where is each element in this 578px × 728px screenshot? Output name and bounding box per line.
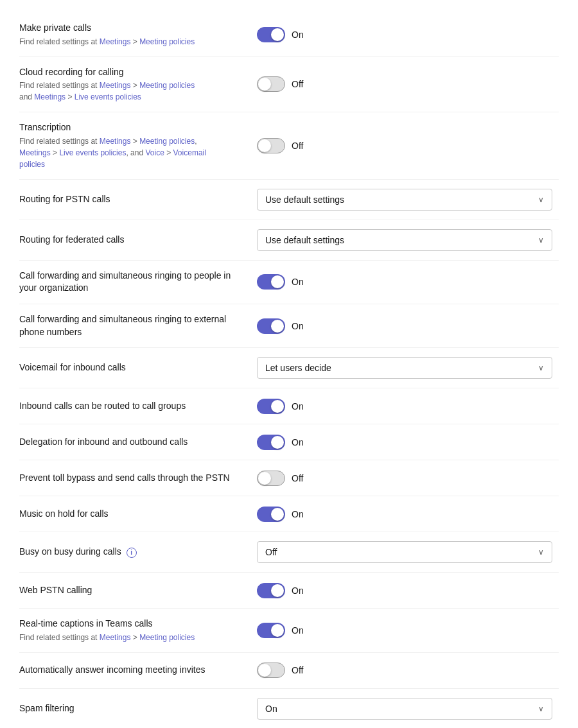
label-sub-transcription: Find related settings at Meetings > Meet… [19,135,244,170]
toggle-inbound-call-groups[interactable] [257,399,285,414]
label-title-voicemail-inbound: Voicemail for inbound calls [19,362,126,372]
toggle-call-forwarding-external[interactable] [257,318,285,334]
toggle-call-forwarding-org[interactable] [257,274,285,290]
chevron-down-icon-voicemail-inbound: ∨ [538,363,544,372]
control-area-routing-federated: Use default settings∨ [257,229,559,251]
settings-row-transcription: TranscriptionFind related settings at Me… [19,112,559,180]
control-area-real-time-captions: On [257,623,559,638]
toggle-label-make-private-calls: On [292,30,304,40]
label-title-call-forwarding-org: Call forwarding and simultaneous ringing… [19,270,231,293]
label-title-cloud-recording: Cloud recording for calling [19,67,124,77]
toggle-knob-music-on-hold [271,508,284,521]
toggle-knob-cloud-recording [258,78,271,91]
toggle-label-real-time-captions: On [292,625,304,636]
label-title-delegation: Delegation for inbound and outbound call… [19,437,188,447]
label-area-routing-pstn: Routing for PSTN calls [19,193,257,206]
control-area-inbound-call-groups: On [257,399,559,414]
dropdown-busy-on-busy[interactable]: Off∨ [257,541,552,563]
meeting-policies-link[interactable]: Meeting policies [139,81,195,90]
toggle-wrap-real-time-captions: On [257,623,304,638]
settings-row-web-pstn: Web PSTN callingOn [19,573,559,609]
label-area-delegation: Delegation for inbound and outbound call… [19,436,257,449]
toggle-wrap-call-forwarding-external: On [257,318,304,334]
control-area-routing-pstn: Use default settings∨ [257,189,559,211]
toggle-cloud-recording[interactable] [257,76,285,92]
label-title-real-time-captions: Real-time captions in Teams calls [19,618,153,628]
settings-row-music-on-hold: Music on hold for callsOn [19,496,559,532]
toggle-knob-delegation [271,436,284,449]
label-area-call-forwarding-external: Call forwarding and simultaneous ringing… [19,313,257,338]
label-area-spam-filtering: Spam filtering [19,702,257,715]
toggle-web-pstn[interactable] [257,583,285,598]
toggle-knob-inbound-call-groups [271,400,284,413]
toggle-transcription[interactable] [257,138,285,153]
chevron-down-icon-routing-federated: ∨ [538,236,544,245]
toggle-real-time-captions[interactable] [257,623,285,638]
label-sub-cloud-recording: Find related settings at Meetings > Meet… [19,80,244,103]
label-area-real-time-captions: Real-time captions in Teams callsFind re… [19,618,257,643]
toggle-wrap-music-on-hold: On [257,507,304,522]
settings-row-auto-answer: Automatically answer incoming meeting in… [19,653,559,689]
live-events-link[interactable]: Live events policies [74,92,141,101]
toggle-wrap-call-forwarding-org: On [257,274,304,290]
label-title-spam-filtering: Spam filtering [19,703,74,713]
settings-row-toll-bypass: Prevent toll bypass and send calls throu… [19,460,559,496]
label-area-toll-bypass: Prevent toll bypass and send calls throu… [19,472,257,485]
control-area-toll-bypass: Off [257,471,559,486]
toggle-wrap-toll-bypass: Off [257,471,303,486]
label-sub-make-private-calls: Find related settings at Meetings > Meet… [19,36,244,48]
toggle-knob-web-pstn [271,584,284,597]
settings-row-real-time-captions: Real-time captions in Teams callsFind re… [19,609,559,653]
toggle-label-call-forwarding-external: On [292,321,304,331]
label-sub-real-time-captions: Find related settings at Meetings > Meet… [19,632,244,643]
settings-row-busy-on-busy: Busy on busy during calls iOff∨ [19,532,559,573]
settings-row-spam-filtering: Spam filteringOn∨ [19,689,559,728]
dropdown-routing-pstn[interactable]: Use default settings∨ [257,189,552,211]
label-area-call-forwarding-org: Call forwarding and simultaneous ringing… [19,270,257,295]
meetings-link2[interactable]: Meetings [34,92,66,101]
control-area-call-forwarding-org: On [257,274,559,290]
toggle-knob-make-private-calls [271,28,284,41]
control-area-busy-on-busy: Off∨ [257,541,559,563]
toggle-music-on-hold[interactable] [257,507,285,522]
toggle-knob-toll-bypass [258,472,271,485]
info-icon-busy-on-busy[interactable]: i [127,548,137,558]
label-title-transcription: Transcription [19,122,71,132]
toggle-wrap-inbound-call-groups: On [257,399,304,414]
chevron-down-icon-busy-on-busy: ∨ [538,548,544,557]
toggle-knob-real-time-captions [271,624,284,637]
settings-row-routing-federated: Routing for federated callsUse default s… [19,220,559,261]
control-area-spam-filtering: On∨ [257,698,559,720]
toggle-toll-bypass[interactable] [257,471,285,486]
label-title-toll-bypass: Prevent toll bypass and send calls throu… [19,472,230,483]
label-area-make-private-calls: Make private callsFind related settings … [19,22,257,48]
toggle-label-inbound-call-groups: On [292,401,304,412]
dropdown-spam-filtering[interactable]: On∨ [257,698,552,720]
label-area-music-on-hold: Music on hold for calls [19,508,257,521]
toggle-wrap-web-pstn: On [257,583,304,598]
meetings-link[interactable]: Meetings [100,37,131,46]
settings-container: Make private callsFind related settings … [19,13,559,728]
settings-row-routing-pstn: Routing for PSTN callsUse default settin… [19,180,559,220]
toggle-auto-answer[interactable] [257,663,285,678]
control-area-cloud-recording: Off [257,76,559,92]
toggle-label-toll-bypass: Off [292,473,303,483]
toggle-label-delegation: On [292,437,304,447]
label-title-web-pstn: Web PSTN calling [19,585,92,595]
toggle-wrap-transcription: Off [257,138,303,153]
toggle-knob-call-forwarding-external [271,320,284,333]
meeting-policies-link[interactable]: Meeting policies [139,37,195,46]
dropdown-value-routing-pstn: Use default settings [265,195,344,205]
toggle-delegation[interactable] [257,435,285,450]
dropdown-value-busy-on-busy: Off [265,547,277,557]
label-title-music-on-hold: Music on hold for calls [19,508,109,519]
control-area-delegation: On [257,435,559,450]
label-title-busy-on-busy: Busy on busy during calls i [19,546,137,557]
dropdown-voicemail-inbound[interactable]: Let users decide∨ [257,357,552,379]
label-area-voicemail-inbound: Voicemail for inbound calls [19,361,257,374]
dropdown-routing-federated[interactable]: Use default settings∨ [257,229,552,251]
dropdown-value-routing-federated: Use default settings [265,235,344,245]
meetings-link[interactable]: Meetings [100,81,131,90]
label-area-web-pstn: Web PSTN calling [19,584,257,597]
toggle-make-private-calls[interactable] [257,27,285,42]
